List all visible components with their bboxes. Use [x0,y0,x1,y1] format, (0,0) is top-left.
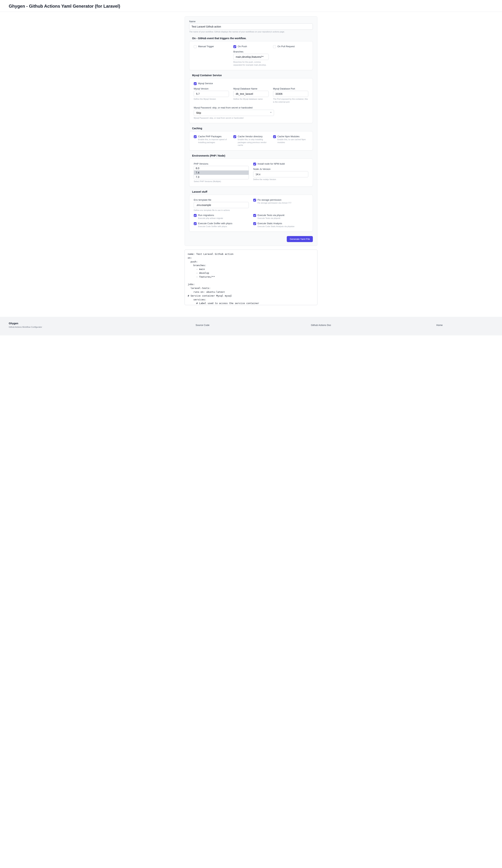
on-pull-checkbox[interactable] [273,45,276,48]
phpunit-label: Execute Tests via phpunit [258,214,284,217]
env-card: PHP Versions 8.0 7.4 7.3 Select PHP Vers… [189,158,313,187]
laravel-header: Laravel stuff [192,190,313,193]
mysql-version-hint: Define the Mysql Version [194,98,229,101]
triggers-card: Manual Trigger On Push Branches Branches… [189,41,313,70]
php-option-80[interactable]: 8.0 [194,166,249,170]
triggers-header: On - GitHub event that triggers the work… [192,37,313,40]
fix-storage-checkbox[interactable] [253,199,256,202]
phpcs-label: Execute Code Sniffer with phpcs [198,222,232,225]
phpstan-label: Execute Static Analysis [258,222,294,225]
cache-php-checkbox[interactable] [194,135,197,138]
phpunit-hint: Execute Tests via phpunit [258,217,284,220]
install-node-label: Install node for NPM build [258,163,285,165]
run-migrations-checkbox[interactable] [194,214,197,217]
cache-npm-checkbox[interactable] [273,135,276,138]
mysql-password-hint: Mysql Password: skip, or read from secre… [194,117,308,120]
run-migrations-hint: Execute php artisan migrate [198,217,223,220]
env-template-hint: Define env template file to use in actio… [194,209,249,211]
mysql-port-label: Mysql Database Port [273,87,308,90]
env-template-input[interactable] [194,202,249,208]
on-push-label: On Push [238,45,247,48]
php-versions-label: PHP Versions [194,163,249,165]
cache-vendor-checkbox[interactable] [233,135,236,138]
phpcs-checkbox[interactable] [194,222,197,225]
phpstan-checkbox[interactable] [253,222,256,225]
cache-npm-hint: Enable this, to use cached Npm modules [278,138,308,144]
laravel-card: Env template file Define env template fi… [189,195,313,232]
caching-card: Cache PHP Packages Enable this, to impro… [189,131,313,151]
cache-npm-label: Cache Npm Modules [278,135,308,138]
install-node-checkbox[interactable] [253,163,256,166]
fix-storage-label: Fix storage permission [258,198,291,201]
php-option-74[interactable]: 7.4 [194,170,249,175]
footer-link-home[interactable]: Home [385,322,493,327]
env-template-label: Env template file [194,198,249,201]
on-pull-label: On Pull Request [278,45,295,48]
env-header: Environments (PHP / Node) [192,154,313,157]
cache-vendor-hint: Enable this, to skip installing packages… [238,138,269,146]
generate-button[interactable]: Generate Yaml File [287,236,313,242]
node-version-label: Node Js Version [253,168,308,170]
fix-storage-hint: Fix storage permission via chmod 777 [258,202,291,204]
yaml-output: name: Test Laravel Github action on: pus… [184,249,318,305]
php-versions-hint: Select PHP Versions (Multiple) [194,180,249,183]
footer-subtitle: Github Actions Workflow Configurator [9,326,138,328]
footer-link-source[interactable]: Source Code [149,322,256,327]
mysql-service-checkbox[interactable] [194,82,197,85]
node-version-input[interactable] [253,171,308,177]
node-version-hint: Define the nodejs Version [253,178,308,181]
on-push-checkbox[interactable] [233,45,236,48]
name-label: Name [189,20,313,23]
php-option-73[interactable]: 7.3 [194,175,249,179]
mysql-port-input[interactable] [273,91,308,97]
footer-title: Ghygen [9,322,138,325]
phpcs-hint: Execute Code Sniffer with phpcs [198,225,232,228]
footer: Ghygen Github Actions Workflow Configura… [0,317,502,335]
push-branches-input[interactable] [233,54,269,60]
phpstan-hint: Execute Code Static Analysis via phpstan [258,225,294,228]
mysql-port-hint: The Port exposed by the container, this … [273,98,308,103]
mysql-dbname-input[interactable] [233,91,269,97]
page-title: Ghygen - Github Actions Yaml Generator (… [0,0,502,12]
mysql-version-input[interactable] [194,91,229,97]
mysql-password-label: Mysql Password: skip, or read from secre… [194,106,308,109]
cache-php-label: Cache PHP Packages [198,135,229,138]
mysql-version-label: Mysql Version [194,87,229,90]
push-branches-hint: Branches for the push, comma separated f… [233,61,269,66]
main-form-card: Name The name of your workflow. GitHub d… [184,16,318,246]
name-hint: The name of your workflow. GitHub displa… [189,30,313,33]
mysql-card: Mysql Service Mysql Version Define the M… [189,78,313,123]
cache-php-hint: Enable this, to improve speed of install… [198,138,229,144]
name-input[interactable] [189,23,313,30]
manual-trigger-checkbox[interactable] [194,45,197,48]
mysql-password-select[interactable]: Skip [194,110,274,116]
mysql-dbname-hint: Define the Mysql database name [233,98,269,101]
mysql-header: Mysql Container Service [192,74,313,77]
phpunit-checkbox[interactable] [253,214,256,217]
footer-link-docs[interactable]: Github Actions Doc [267,322,375,327]
manual-trigger-label: Manual Trigger [198,45,214,48]
php-versions-select[interactable]: 8.0 7.4 7.3 [194,166,249,179]
mysql-dbname-label: Mysql Database Name [233,87,269,90]
push-branches-label: Branches [233,50,269,53]
cache-vendor-label: Cache Vendor directory [238,135,269,138]
mysql-service-label: Mysql Service [198,82,213,85]
caching-header: Caching [192,127,313,130]
run-migrations-label: Run migrations [198,214,223,217]
